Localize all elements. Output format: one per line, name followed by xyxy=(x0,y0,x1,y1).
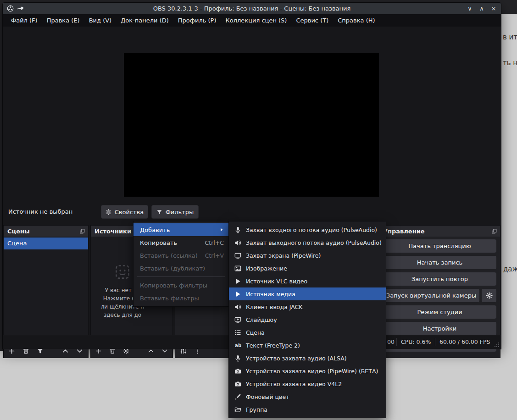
submenu-item-slideshow[interactable]: Слайдшоу xyxy=(229,313,386,326)
scenes-dock-header[interactable]: Сцены xyxy=(4,226,88,237)
submenu-item-audio-output-capture[interactable]: Захват выходного потока аудио (PulseAudi… xyxy=(229,236,386,249)
menubar: Файл (F) Правка (E) Вид (V) Док-панели (… xyxy=(3,14,501,27)
start-streaming-button[interactable]: Начать трансляцию xyxy=(383,239,496,253)
submenu-item-group[interactable]: Группа xyxy=(229,403,386,416)
start-virtual-camera-button[interactable]: Запуск виртуальной камеры xyxy=(383,289,479,302)
scene-list: Сцена xyxy=(4,237,88,343)
filter-icon xyxy=(156,209,162,215)
background-text-fragment: ть н xyxy=(503,59,517,67)
maximize-button[interactable]: ∧ xyxy=(478,5,485,12)
menu-edit[interactable]: Правка (E) xyxy=(42,14,84,27)
gear-icon xyxy=(106,209,111,215)
play-icon xyxy=(234,278,241,285)
speaker-icon xyxy=(234,239,241,246)
submenu-item-audio-input-capture[interactable]: Захват входного потока аудио (PulseAudio… xyxy=(229,223,386,236)
menu-view[interactable]: Вид (V) xyxy=(84,14,117,27)
submenu-item-vlc-source[interactable]: Источник VLC видео xyxy=(229,275,386,287)
scene-icon xyxy=(234,329,241,336)
microphone-icon xyxy=(234,355,241,362)
menu-help[interactable]: Справка (H) xyxy=(333,14,379,27)
menu-file[interactable]: Файл (F) xyxy=(6,14,42,27)
menu-tools[interactable]: Сервис (T) xyxy=(291,14,333,27)
folder-icon xyxy=(234,406,241,413)
sources-context-menu: Добавить Копировать Ctrl+C Вставить (ссы… xyxy=(133,221,229,307)
resize-grip[interactable] xyxy=(494,342,500,348)
submenu-arrow-icon xyxy=(219,227,224,232)
shortcut-label: Ctrl+V xyxy=(205,252,224,259)
play-icon xyxy=(234,291,241,298)
obs-logo-icon xyxy=(7,5,14,12)
add-source-submenu: Захват входного потока аудио (PulseAudio… xyxy=(228,221,386,418)
window-controls: ∨ ∧ × xyxy=(466,3,497,14)
shortcut-label: Ctrl+C xyxy=(205,239,224,246)
filters-button[interactable]: Фильтры xyxy=(151,205,199,219)
scenes-dock-title: Сцены xyxy=(4,228,79,235)
popout-icon[interactable] xyxy=(79,228,85,234)
studio-mode-button[interactable]: Режим студии xyxy=(383,305,496,319)
menu-item-add[interactable]: Добавить xyxy=(133,223,228,236)
submenu-item-text-freetype[interactable]: Текст (FreeType 2) xyxy=(229,339,386,352)
menu-docks[interactable]: Док-панели (D) xyxy=(116,14,173,27)
ghost-placeholder-icon xyxy=(115,264,130,280)
menu-separator xyxy=(137,276,225,277)
submenu-item-video-capture-device-v4l2[interactable]: Устройство захвата видео V4L2 xyxy=(229,377,386,390)
controls-dock-header[interactable]: Управление xyxy=(379,226,500,237)
cpu-usage: CPU: 0.6% xyxy=(401,335,431,349)
submenu-item-image[interactable]: Изображение xyxy=(229,262,386,275)
menu-item-paste-reference[interactable]: Вставить (ссылка) Ctrl+V xyxy=(133,249,228,262)
display-icon xyxy=(234,252,241,259)
scene-list-item[interactable]: Сцена xyxy=(4,238,88,249)
fps-indicator: 60.00 / 60.00 FPS xyxy=(439,335,490,349)
submenu-item-media-source[interactable]: Источник медиа xyxy=(229,287,386,300)
statusbar-separator xyxy=(396,338,397,346)
image-icon xyxy=(234,265,241,272)
menu-item-paste-filters[interactable]: Вставить фильтры xyxy=(133,292,228,304)
menu-scene-collection[interactable]: Коллекция сцен (S) xyxy=(221,14,291,27)
menu-item-paste-duplicate[interactable]: Вставить (дубликат) xyxy=(133,262,228,275)
start-recording-button[interactable]: Начать запись xyxy=(383,256,496,269)
submenu-item-screen-capture[interactable]: Захват экрана (PipeWire) xyxy=(229,249,386,262)
close-button[interactable]: × xyxy=(490,5,497,12)
speaker-icon xyxy=(234,304,241,310)
camera-icon xyxy=(234,368,241,375)
background-text-fragment: даже xyxy=(503,265,517,273)
camera-icon xyxy=(234,381,241,387)
submenu-item-video-capture-device-pipewire[interactable]: Устройство захвата видео (PipeWire) (БЕТ… xyxy=(229,365,386,377)
preview-canvas[interactable] xyxy=(124,53,379,197)
slideshow-icon xyxy=(234,316,241,323)
background-text-fragment: в ит xyxy=(503,33,517,41)
menu-item-copy[interactable]: Копировать Ctrl+C xyxy=(133,236,228,249)
submenu-item-scene[interactable]: Сцена xyxy=(229,326,386,339)
properties-button[interactable]: Свойства xyxy=(101,205,148,219)
start-replay-buffer-button[interactable]: Запустить повтор xyxy=(383,272,496,286)
microphone-icon xyxy=(234,227,241,233)
titlebar[interactable]: OBS 30.2.3.1-3 - Профиль: Без названия -… xyxy=(3,3,501,14)
gear-icon xyxy=(486,292,493,299)
statusbar-separator xyxy=(435,338,435,346)
paint-icon xyxy=(234,393,241,400)
submenu-item-color-source[interactable]: Фоновый цвет xyxy=(229,390,386,403)
popout-icon[interactable] xyxy=(491,228,497,234)
menu-profile[interactable]: Профиль (P) xyxy=(173,14,221,27)
settings-button[interactable]: Настройки xyxy=(383,322,496,335)
text-icon xyxy=(234,342,241,349)
window-title: OBS 30.2.3.1-3 - Профиль: Без названия -… xyxy=(58,3,446,14)
submenu-item-jack-input[interactable]: Клиент ввода JACK xyxy=(229,300,386,313)
menu-item-copy-filters[interactable]: Копировать фильтры xyxy=(133,279,228,292)
controls-dock-title: Управление xyxy=(379,228,491,235)
no-source-label: Источник не выбран xyxy=(8,208,72,215)
submenu-item-audio-capture-device-alsa[interactable]: Устройство захвата аудио (ALSA) xyxy=(229,352,386,365)
screen: в ит ть н даже OBS 30.2.3.1-3 - Профиль:… xyxy=(0,0,517,420)
shade-button[interactable]: ∨ xyxy=(466,5,473,12)
pin-icon[interactable] xyxy=(16,4,25,13)
virtual-camera-settings-button[interactable] xyxy=(482,289,496,302)
recording-timer-fragment: 00 xyxy=(387,335,395,349)
